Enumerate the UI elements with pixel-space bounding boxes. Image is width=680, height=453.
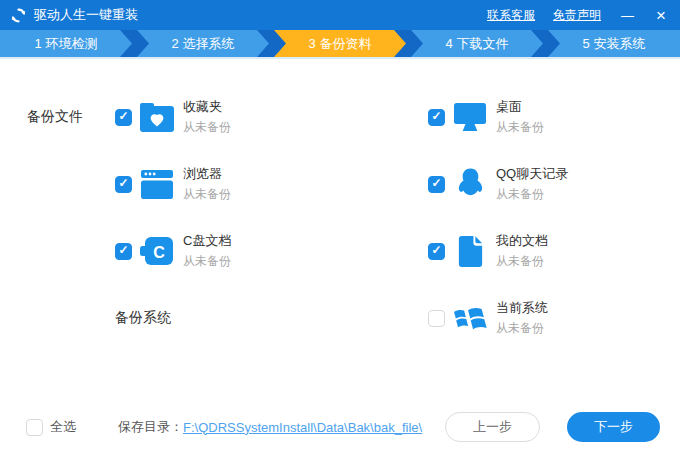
- item-status: 从未备份: [496, 119, 544, 136]
- backup-item-qq: QQ聊天记录 从未备份: [428, 166, 680, 202]
- step-2-select-system[interactable]: 2 选择系统: [137, 30, 269, 57]
- backup-item-cdrive: C C盘文档 从未备份: [115, 233, 428, 269]
- item-status: 从未备份: [496, 186, 568, 203]
- close-icon[interactable]: ×: [654, 7, 668, 24]
- item-status: 从未备份: [183, 119, 231, 136]
- backup-content: 备份文件 收藏夹 从未备份: [0, 59, 680, 367]
- item-name: 我的文档: [496, 232, 548, 250]
- spacer: [27, 233, 115, 269]
- step-3-backup-data[interactable]: 3 备份资料: [274, 30, 406, 57]
- desktop-monitor-icon: [450, 101, 490, 133]
- document-icon: [450, 234, 490, 269]
- wizard-steps: 1 环境检测 2 选择系统 3 备份资料 4 下载文件 5 安装系统: [0, 30, 680, 59]
- checkbox-mydocs[interactable]: [428, 243, 445, 260]
- checkbox-cdrive[interactable]: [115, 243, 132, 260]
- checkbox-favorites[interactable]: [115, 109, 132, 126]
- item-name: 收藏夹: [183, 98, 231, 116]
- browser-window-icon: [137, 169, 177, 200]
- contact-support-link[interactable]: 联系客服: [487, 7, 535, 24]
- favorites-folder-icon: [137, 102, 177, 133]
- checkbox-desktop[interactable]: [428, 109, 445, 126]
- item-name: QQ聊天记录: [496, 165, 568, 183]
- save-dir-path-link[interactable]: F:\QDRSSystemInstall\Data\Bak\bak_file\: [183, 420, 422, 435]
- checkbox-qq[interactable]: [428, 176, 445, 193]
- footer-bar: 全选 保存目录： F:\QDRSSystemInstall\Data\Bak\b…: [26, 412, 660, 442]
- backup-item-favorites: 收藏夹 从未备份: [115, 99, 428, 135]
- step-5-install-system[interactable]: 5 安装系统: [548, 30, 680, 57]
- item-name: C盘文档: [183, 232, 231, 250]
- next-step-button[interactable]: 下一步: [567, 412, 660, 442]
- app-title: 驱动人生一键重装: [34, 6, 138, 24]
- item-status: 从未备份: [496, 320, 548, 337]
- backup-files-label: 备份文件: [27, 99, 115, 135]
- backup-item-desktop: 桌面 从未备份: [428, 99, 680, 135]
- select-all-label[interactable]: 全选: [50, 418, 76, 436]
- save-dir-label: 保存目录：: [118, 418, 183, 436]
- svg-text:C: C: [153, 244, 165, 261]
- step-4-download-files[interactable]: 4 下载文件: [411, 30, 543, 57]
- spacer: [27, 166, 115, 202]
- spacer: [27, 300, 115, 336]
- checkbox-system[interactable]: [428, 310, 445, 327]
- windows-flag-icon: [450, 303, 490, 334]
- c-drive-icon: C: [137, 235, 177, 267]
- item-name: 桌面: [496, 98, 544, 116]
- backup-item-system: 当前系统 从未备份: [428, 300, 680, 336]
- item-status: 从未备份: [183, 186, 231, 203]
- disclaimer-link[interactable]: 免责声明: [553, 7, 601, 24]
- backup-system-label: 备份系统: [115, 300, 428, 336]
- backup-item-mydocs: 我的文档 从未备份: [428, 233, 680, 269]
- item-name: 浏览器: [183, 165, 231, 183]
- checkbox-browser[interactable]: [115, 176, 132, 193]
- qq-penguin-icon: [450, 167, 490, 202]
- item-name: 当前系统: [496, 299, 548, 317]
- item-status: 从未备份: [183, 253, 231, 270]
- select-all-checkbox[interactable]: [26, 419, 43, 436]
- titlebar: 驱动人生一键重装 联系客服 免责声明 — ×: [0, 0, 680, 30]
- previous-step-button[interactable]: 上一步: [445, 412, 540, 442]
- backup-item-browser: 浏览器 从未备份: [115, 166, 428, 202]
- item-status: 从未备份: [496, 253, 548, 270]
- minimize-icon[interactable]: —: [619, 9, 636, 22]
- app-logo-refresh-icon: [10, 7, 27, 24]
- step-1-env-check[interactable]: 1 环境检测: [0, 30, 132, 57]
